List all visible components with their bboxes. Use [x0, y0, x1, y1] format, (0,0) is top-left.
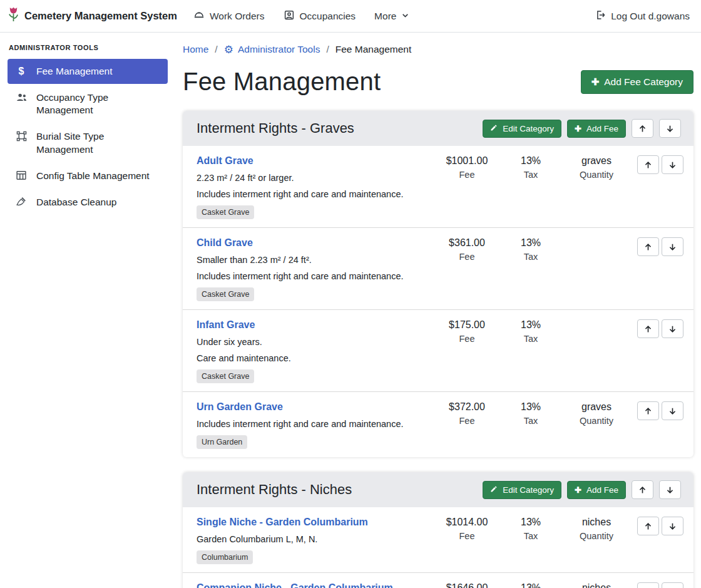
- chevron-down-icon: [401, 11, 409, 22]
- fee-description: Care and maintenance.: [197, 353, 431, 363]
- edit-category-label: Edit Category: [503, 485, 554, 495]
- app-title: Cemetery Management System: [24, 10, 177, 22]
- fee-amount-col: $175.00 Fee: [434, 319, 499, 344]
- move-fee-down-button[interactable]: [662, 582, 683, 588]
- add-fee-button[interactable]: ✚ Add Fee: [567, 120, 626, 138]
- fee-info: Companion Niche - Garden Columbarium Gar…: [197, 582, 434, 588]
- nav-more[interactable]: More: [374, 11, 409, 22]
- arrow-up-icon: [644, 325, 652, 333]
- arrow-up-icon: [644, 161, 652, 169]
- fee-quantity-label: Quantity: [562, 416, 631, 426]
- add-fee-label: Add Fee: [586, 485, 618, 495]
- broom-icon: [15, 197, 28, 207]
- sidebar-item-burial-site-type-management[interactable]: Burial Site Type Management: [8, 124, 168, 162]
- move-category-down-button[interactable]: [659, 119, 681, 138]
- breadcrumb-home-link[interactable]: Home: [183, 44, 208, 55]
- move-fee-up-button[interactable]: [637, 517, 659, 535]
- edit-category-button[interactable]: Edit Category: [483, 481, 561, 499]
- fee-info: Child Grave Smaller than 2.23 m² / 24 ft…: [197, 237, 434, 301]
- fee-quantity-label: Quantity: [562, 170, 631, 180]
- fee-row-arrows: [631, 319, 683, 338]
- move-fee-up-button[interactable]: [637, 155, 659, 174]
- move-fee-up-button[interactable]: [637, 319, 659, 338]
- fee-type-badge: Casket Grave: [197, 287, 254, 301]
- fee-name-link[interactable]: Child Grave: [197, 237, 253, 248]
- nav-work-orders[interactable]: Work Orders: [193, 9, 265, 23]
- fee-tax-label: Tax: [499, 170, 562, 180]
- move-category-up-button[interactable]: [632, 480, 653, 499]
- add-fee-label: Add Fee: [586, 124, 618, 133]
- fee-quantity-col: niches Quantity: [562, 582, 631, 588]
- move-fee-up-button[interactable]: [637, 582, 659, 588]
- arrow-up-icon: [644, 407, 652, 415]
- sidebar-item-database-cleanup[interactable]: Database Cleanup: [8, 190, 168, 215]
- move-fee-down-button[interactable]: [662, 401, 683, 420]
- fee-tax-col: 13% Tax: [499, 517, 562, 541]
- pencil-icon: [490, 485, 498, 495]
- fee-name-link[interactable]: Adult Grave: [197, 155, 253, 166]
- dollar-icon: $: [15, 66, 28, 77]
- fee-amount: $175.00: [434, 319, 499, 331]
- hard-hat-icon: [193, 9, 205, 23]
- breadcrumb-current: Fee Management: [335, 44, 412, 55]
- logout-button[interactable]: Log Out d.gowans: [595, 9, 690, 23]
- nav-occupancies[interactable]: Occupancies: [284, 9, 356, 23]
- breadcrumb-home-label: Home: [183, 44, 208, 55]
- sidebar-item-fee-management[interactable]: $ Fee Management: [8, 59, 168, 84]
- move-fee-down-button[interactable]: [662, 155, 683, 174]
- sidebar-item-config-table-management[interactable]: Config Table Management: [8, 163, 168, 188]
- fee-quantity: graves: [562, 401, 631, 413]
- add-fee-category-button[interactable]: ✚ Add Fee Category: [581, 70, 693, 94]
- fee-info: Infant Grave Under six years. Care and m…: [197, 319, 434, 383]
- app-brand[interactable]: Cemetery Management System: [8, 6, 177, 26]
- people-icon: [15, 92, 28, 103]
- fee-row: Child Grave Smaller than 2.23 m² / 24 ft…: [183, 227, 693, 309]
- fee-quantity-col: graves Quantity: [562, 401, 631, 426]
- top-navbar: Cemetery Management System Work Orders: [0, 0, 701, 33]
- admin-sidebar: Administrator Tools $ Fee Management Occ…: [0, 33, 175, 588]
- fee-description: Under six years.: [197, 337, 431, 347]
- fee-quantity-col: graves Quantity: [562, 155, 631, 180]
- breadcrumb-admin-tools-link[interactable]: ⚙ Administrator Tools: [224, 44, 320, 55]
- move-fee-down-button[interactable]: [662, 319, 683, 338]
- move-category-up-button[interactable]: [632, 119, 653, 138]
- fee-row-arrows: [631, 517, 683, 535]
- fee-name-link[interactable]: Urn Garden Grave: [197, 401, 283, 412]
- fee-type-badge: Casket Grave: [197, 369, 254, 383]
- plus-icon: ✚: [591, 77, 600, 86]
- fee-amount-col: $1014.00 Fee: [434, 517, 499, 541]
- move-fee-up-button[interactable]: [637, 237, 659, 256]
- fee-name-link[interactable]: Infant Grave: [197, 319, 255, 330]
- tulip-logo-icon: [8, 6, 19, 26]
- fee-tax-label: Tax: [499, 416, 562, 426]
- fee-row-arrows: [631, 237, 683, 256]
- fee-amount-label: Fee: [434, 334, 499, 344]
- main-nav: Work Orders Occupancies More: [193, 9, 410, 23]
- fee-amount-col: $1001.00 Fee: [434, 155, 499, 180]
- fee-tax-col: 13% Tax: [499, 155, 562, 180]
- arrow-down-icon: [668, 243, 677, 251]
- move-fee-down-button[interactable]: [662, 237, 683, 256]
- fee-tax-col: 13% Tax: [499, 582, 562, 588]
- category-card-niches: Interment Rights - Niches Edit Category …: [183, 472, 693, 588]
- fee-type-badge: Urn Garden: [197, 435, 247, 449]
- move-category-down-button[interactable]: [659, 480, 681, 499]
- fee-name-link[interactable]: Companion Niche - Garden Columbarium: [197, 582, 393, 588]
- fee-quantity-col: niches Quantity: [562, 517, 631, 541]
- nav-occupancies-label: Occupancies: [300, 11, 356, 22]
- edit-category-button[interactable]: Edit Category: [483, 120, 561, 138]
- move-fee-up-button[interactable]: [637, 401, 659, 420]
- sidebar-item-occupancy-type-management[interactable]: Occupancy Type Management: [8, 85, 168, 123]
- fee-amount-label: Fee: [434, 531, 499, 541]
- arrow-up-icon: [644, 522, 652, 530]
- fee-name-link[interactable]: Single Niche - Garden Columbarium: [197, 517, 368, 527]
- category-actions: Edit Category ✚ Add Fee: [483, 480, 681, 499]
- plus-icon: ✚: [575, 125, 581, 133]
- category-header: Interment Rights - Graves Edit Category …: [183, 111, 693, 146]
- add-fee-button[interactable]: ✚ Add Fee: [567, 481, 626, 499]
- page-title: Fee Management: [183, 68, 381, 96]
- move-fee-down-button[interactable]: [662, 517, 683, 535]
- fee-amount-col: $361.00 Fee: [434, 237, 499, 262]
- edit-category-label: Edit Category: [503, 124, 554, 133]
- gear-icon: ⚙: [224, 44, 233, 55]
